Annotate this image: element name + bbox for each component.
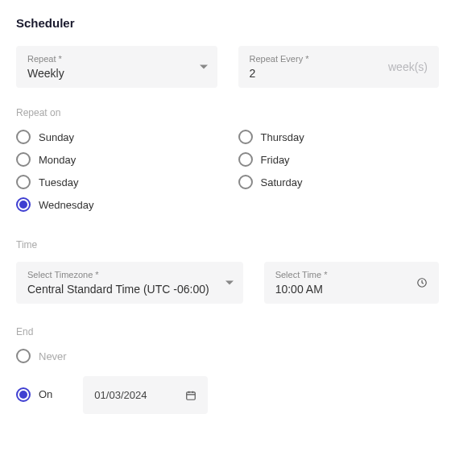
end-section: Never On 01/03/2024 [16, 349, 439, 414]
day-label: Saturday [261, 176, 303, 188]
day-label: Wednesday [39, 199, 93, 211]
time-section-label: Time [16, 239, 439, 250]
radio-icon [238, 152, 253, 167]
day-label: Friday [261, 154, 290, 166]
day-sunday[interactable]: Sunday [16, 130, 217, 144]
day-thursday[interactable]: Thursday [238, 130, 440, 144]
day-label: Sunday [39, 131, 74, 143]
radio-icon [16, 387, 31, 402]
day-label: Thursday [261, 131, 304, 143]
repeat-select[interactable]: Repeat * Weekly [16, 46, 217, 88]
radio-icon [16, 130, 31, 144]
end-never-label: Never [39, 350, 67, 362]
radio-icon [16, 349, 31, 363]
timezone-select[interactable]: Select Timezone * Central Standard Time … [16, 262, 243, 304]
time-value: 10:00 AM [275, 283, 428, 296]
end-date-value: 01/03/2024 [94, 389, 147, 401]
end-on-row: On 01/03/2024 [16, 375, 439, 414]
radio-icon [238, 175, 253, 189]
svg-rect-1 [187, 391, 196, 399]
day-tuesday[interactable]: Tuesday [16, 175, 217, 189]
day-saturday[interactable]: Saturday [238, 175, 440, 189]
repeat-on-label: Repeat on [16, 107, 439, 118]
repeat-every-input[interactable] [250, 67, 282, 80]
timezone-label: Select Timezone * [27, 270, 232, 279]
time-row: Select Timezone * Central Standard Time … [16, 262, 439, 304]
repeat-value: Weekly [27, 67, 206, 80]
day-label: Tuesday [39, 176, 78, 188]
time-label: Select Time * [275, 270, 428, 279]
radio-icon [16, 152, 31, 167]
end-on[interactable]: On [16, 387, 52, 402]
day-friday[interactable]: Friday [238, 152, 440, 167]
repeat-label: Repeat * [27, 54, 206, 64]
day-monday[interactable]: Monday [16, 152, 217, 167]
time-select[interactable]: Select Time * 10:00 AM [264, 262, 439, 304]
end-on-label: On [39, 388, 52, 400]
end-date-field[interactable]: 01/03/2024 [83, 376, 208, 414]
radio-icon [238, 130, 253, 144]
clock-icon [416, 277, 428, 288]
end-section-label: End [16, 326, 439, 337]
days-col-left: Sunday Monday Tuesday Wednesday [16, 130, 217, 220]
day-wednesday[interactable]: Wednesday [16, 197, 217, 212]
radio-icon [16, 197, 31, 212]
days-grid: Sunday Monday Tuesday Wednesday Thursday… [16, 130, 439, 220]
repeat-row: Repeat * Weekly Repeat Every * week(s) [16, 46, 439, 88]
end-never[interactable]: Never [16, 349, 439, 363]
page-title: Scheduler [16, 16, 439, 30]
timezone-value: Central Standard Time (UTC -06:00) [27, 283, 232, 296]
days-col-right: Thursday Friday Saturday [238, 130, 440, 220]
day-label: Monday [39, 154, 76, 166]
chevron-down-icon [225, 281, 234, 285]
repeat-every-unit: week(s) [388, 60, 428, 73]
radio-icon [16, 175, 31, 189]
repeat-every-field[interactable]: Repeat Every * week(s) [238, 46, 440, 88]
calendar-icon [185, 390, 196, 401]
chevron-down-icon [200, 65, 208, 69]
